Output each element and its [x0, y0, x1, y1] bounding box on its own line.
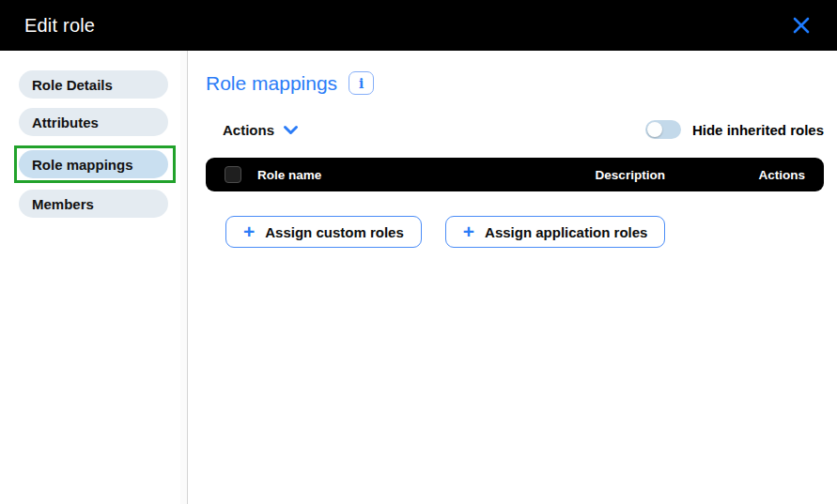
sidebar-item-label: Members — [32, 196, 94, 212]
info-icon[interactable]: i — [349, 71, 374, 95]
actions-row: Actions Hide inherited roles — [206, 120, 824, 139]
plus-icon: + — [463, 221, 474, 241]
dialog-title: Edit role — [24, 15, 95, 37]
sidebar-item-label: Role Details — [32, 77, 113, 93]
sidebar-item-label: Attributes — [32, 115, 99, 130]
dialog-body: Role Details Attributes Role mappings Me… — [0, 51, 837, 504]
actions-dropdown[interactable]: Actions — [223, 122, 299, 138]
plus-icon: + — [243, 221, 255, 241]
select-all-checkbox[interactable] — [225, 166, 241, 183]
assign-buttons-row: + Assign custom roles + Assign applicati… — [225, 216, 824, 248]
close-icon — [792, 23, 811, 38]
assign-custom-roles-button[interactable]: + Assign custom roles — [225, 216, 422, 248]
hide-inherited-roles-toggle[interactable] — [645, 120, 681, 139]
sidebar-item-members[interactable]: Members — [19, 190, 168, 218]
sidebar-item-label: Role mappings — [32, 157, 133, 173]
column-header-role-name: Role name — [257, 168, 502, 182]
chevron-down-icon — [283, 122, 299, 138]
assign-application-roles-button[interactable]: + Assign application roles — [445, 216, 666, 248]
dialog-header: Edit role — [0, 0, 837, 51]
main-content: Role mappings i Actions Hide inherited r… — [188, 51, 837, 504]
actions-dropdown-label: Actions — [223, 122, 274, 138]
column-header-description: Description — [502, 168, 758, 182]
hide-inherited-toggle-group: Hide inherited roles — [645, 120, 824, 139]
table-header-row: Role name Description Actions — [206, 158, 824, 191]
sidebar-nav: Role Details Attributes Role mappings Me… — [0, 51, 188, 504]
close-button[interactable] — [788, 12, 814, 38]
toggle-knob — [647, 122, 662, 137]
hide-inherited-roles-label: Hide inherited roles — [692, 122, 824, 138]
assign-custom-roles-label: Assign custom roles — [265, 224, 404, 240]
sidebar-item-attributes[interactable]: Attributes — [19, 108, 168, 136]
page-title: Role mappings — [206, 72, 337, 95]
assign-application-roles-label: Assign application roles — [485, 224, 647, 240]
page-heading-row: Role mappings i — [206, 71, 824, 95]
selection-highlight-box: Role mappings — [14, 145, 176, 183]
sidebar-item-role-mappings[interactable]: Role mappings — [19, 150, 168, 178]
sidebar-item-role-details[interactable]: Role Details — [19, 70, 168, 99]
column-header-actions: Actions — [758, 168, 805, 182]
